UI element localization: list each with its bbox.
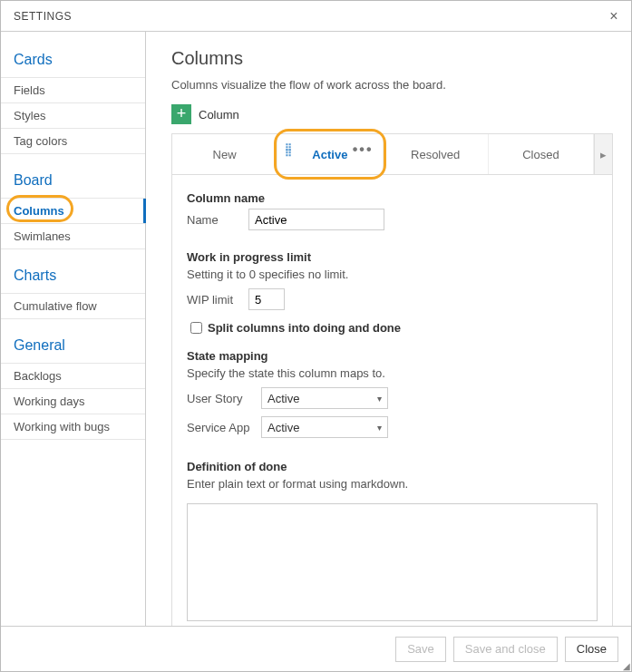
sidebar-item-swimlanes[interactable]: Swimlanes bbox=[1, 224, 145, 249]
main-panel: Columns Columns visualize the flow of wo… bbox=[146, 32, 631, 626]
add-column-row: + Column bbox=[171, 104, 613, 124]
service-app-state-select[interactable]: Active ▾ bbox=[261, 416, 388, 438]
dialog-body: Cards Fields Styles Tag colors Board Col… bbox=[1, 32, 631, 626]
dialog-footer: Save Save and close Close bbox=[1, 626, 631, 671]
mapping-row-user-story: User Story Active ▾ bbox=[187, 387, 598, 409]
chevron-right-icon: ▸ bbox=[600, 148, 607, 161]
sidebar-group-general: General bbox=[1, 332, 145, 364]
sidebar-group-cards: Cards bbox=[1, 46, 145, 78]
dialog-titlebar: SETTINGS × bbox=[1, 1, 631, 32]
tab-new[interactable]: New bbox=[172, 134, 277, 174]
tabs-scroll-right[interactable]: ▸ bbox=[594, 134, 612, 174]
chevron-down-icon: ▾ bbox=[377, 394, 382, 404]
dialog-title: SETTINGS bbox=[14, 10, 72, 23]
add-column-label: Column bbox=[199, 108, 239, 122]
select-value: Active bbox=[267, 392, 299, 405]
sidebar-item-columns[interactable]: Columns bbox=[1, 199, 145, 224]
more-options-icon[interactable]: ••• bbox=[353, 141, 374, 158]
dod-subtext: Enter plain text or format using markdow… bbox=[187, 477, 598, 491]
close-button[interactable]: Close bbox=[565, 637, 618, 662]
tab-resolved[interactable]: Resolved bbox=[384, 134, 489, 174]
sidebar-item-fields[interactable]: Fields bbox=[1, 78, 145, 103]
user-story-state-select[interactable]: Active ▾ bbox=[261, 387, 388, 409]
wip-row: WIP limit bbox=[187, 288, 598, 310]
mapping-label: User Story bbox=[187, 392, 261, 405]
sidebar-item-working-with-bugs[interactable]: Working with bugs bbox=[1, 414, 145, 440]
tab-active[interactable]: ⠿⠿ Active ••• bbox=[277, 134, 383, 174]
save-button[interactable]: Save bbox=[395, 637, 446, 662]
select-value: Active bbox=[267, 421, 299, 434]
tab-closed[interactable]: Closed bbox=[489, 134, 594, 174]
name-label: Name bbox=[187, 213, 248, 227]
section-state-mapping: State mapping bbox=[187, 349, 598, 363]
wip-limit-input[interactable] bbox=[248, 288, 285, 310]
add-column-button[interactable]: + bbox=[171, 104, 191, 124]
wip-label: WIP limit bbox=[187, 293, 248, 307]
mapping-row-service-app: Service App Active ▾ bbox=[187, 416, 598, 438]
tab-label: Closed bbox=[522, 148, 559, 161]
definition-of-done-textarea[interactable] bbox=[187, 503, 598, 621]
sidebar-item-label: Columns bbox=[14, 204, 64, 218]
split-columns-checkbox[interactable] bbox=[190, 322, 202, 334]
column-name-input[interactable] bbox=[248, 209, 384, 230]
sidebar-item-cumulative-flow[interactable]: Cumulative flow bbox=[1, 294, 145, 319]
save-and-close-button[interactable]: Save and close bbox=[453, 637, 558, 662]
section-wip: Work in progress limit bbox=[187, 250, 598, 264]
drag-handle-icon[interactable]: ⠿⠿ bbox=[285, 145, 294, 163]
sidebar-group-charts: Charts bbox=[1, 262, 145, 294]
sidebar-item-tag-colors[interactable]: Tag colors bbox=[1, 129, 145, 154]
column-form: Column name Name Work in progress limit … bbox=[171, 175, 613, 626]
plus-icon: + bbox=[177, 104, 187, 122]
column-tabs: New ⠿⠿ Active ••• Resolved Closed ▸ bbox=[171, 133, 613, 175]
section-dod: Definition of done bbox=[187, 460, 598, 473]
settings-dialog: SETTINGS × Cards Fields Styles Tag color… bbox=[0, 0, 632, 672]
sidebar-item-working-days[interactable]: Working days bbox=[1, 389, 145, 414]
sidebar-group-board: Board bbox=[1, 167, 145, 199]
sidebar: Cards Fields Styles Tag colors Board Col… bbox=[1, 32, 146, 626]
chevron-down-icon: ▾ bbox=[377, 423, 382, 433]
section-column-name: Column name bbox=[187, 191, 598, 205]
close-icon[interactable]: × bbox=[606, 5, 622, 27]
tab-label: Active bbox=[312, 148, 347, 161]
sidebar-item-styles[interactable]: Styles bbox=[1, 103, 145, 129]
page-title: Columns bbox=[171, 48, 613, 69]
split-columns-label: Split columns into doing and done bbox=[208, 321, 401, 335]
state-mapping-subtext: Specify the state this column maps to. bbox=[187, 366, 598, 380]
mapping-label: Service App bbox=[187, 421, 261, 434]
tab-label: New bbox=[213, 148, 237, 161]
page-description: Columns visualize the flow of work acros… bbox=[171, 78, 613, 92]
wip-subtext: Setting it to 0 specifies no limit. bbox=[187, 268, 598, 281]
split-columns-row: Split columns into doing and done bbox=[187, 319, 598, 336]
tab-label: Resolved bbox=[411, 148, 460, 161]
sidebar-item-backlogs[interactable]: Backlogs bbox=[1, 364, 145, 389]
name-row: Name bbox=[187, 209, 598, 230]
